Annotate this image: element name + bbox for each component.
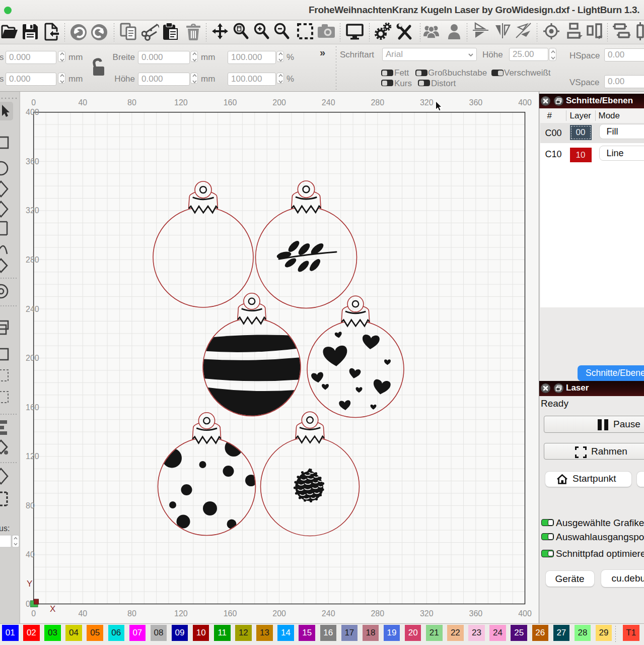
svg-text:360: 360 — [26, 157, 39, 166]
svg-text:200: 200 — [272, 98, 286, 107]
svg-text:240: 240 — [26, 305, 39, 313]
svg-text:320: 320 — [420, 609, 434, 618]
svg-text:80: 80 — [127, 609, 136, 618]
svg-text:0: 0 — [26, 600, 30, 608]
svg-text:120: 120 — [26, 452, 39, 461]
svg-text:360: 360 — [469, 609, 483, 618]
svg-text:200: 200 — [26, 354, 39, 362]
svg-text:80: 80 — [26, 501, 35, 510]
svg-text:80: 80 — [127, 98, 136, 107]
svg-text:320: 320 — [26, 206, 39, 215]
svg-text:40: 40 — [26, 550, 35, 559]
svg-text:360: 360 — [469, 98, 483, 107]
svg-text:X: X — [50, 604, 55, 614]
svg-text:0: 0 — [31, 609, 36, 618]
svg-text:120: 120 — [174, 98, 188, 107]
svg-text:320: 320 — [420, 98, 434, 107]
svg-text:us:: us: — [0, 524, 10, 533]
svg-text:40: 40 — [78, 98, 87, 107]
svg-text:280: 280 — [371, 609, 384, 618]
svg-text:280: 280 — [26, 255, 39, 264]
svg-text:240: 240 — [322, 609, 335, 618]
svg-text:160: 160 — [26, 403, 39, 412]
svg-text:400: 400 — [518, 98, 532, 107]
svg-text:400: 400 — [518, 609, 532, 618]
svg-text:Y: Y — [27, 579, 32, 589]
svg-text:160: 160 — [224, 609, 237, 618]
svg-text:400: 400 — [26, 108, 39, 116]
svg-text:200: 200 — [272, 609, 286, 618]
svg-text:160: 160 — [224, 98, 237, 107]
svg-text:40: 40 — [78, 609, 87, 618]
svg-text:280: 280 — [371, 98, 384, 107]
svg-text:240: 240 — [322, 98, 335, 107]
svg-text:120: 120 — [174, 609, 188, 618]
svg-text:0: 0 — [31, 98, 36, 107]
